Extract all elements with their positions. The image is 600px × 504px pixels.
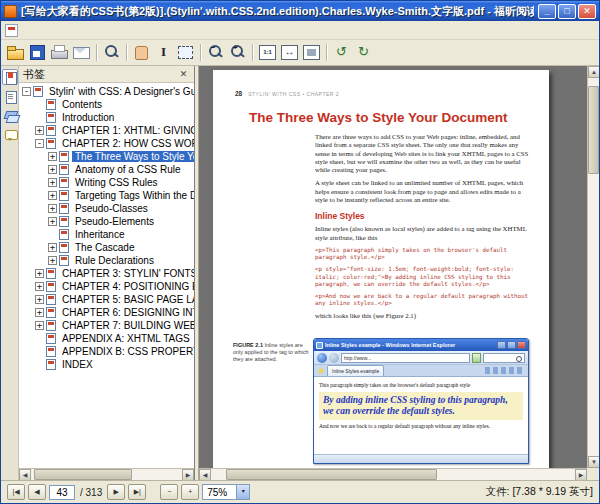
expander-icon[interactable]: +: [48, 191, 57, 200]
figure-label: FIGURE 2.1: [233, 342, 263, 348]
pdf-page: 28 STYLIN' WITH CSS • CHAPTER 2 The Thre…: [213, 70, 549, 480]
bookmark-item[interactable]: + CHAPTER 6: DESIGNING INTERFAC...: [19, 306, 194, 319]
email-icon[interactable]: [71, 42, 92, 63]
expander-icon[interactable]: +: [35, 321, 44, 330]
expander-icon[interactable]: +: [35, 126, 44, 135]
expander-icon[interactable]: +: [35, 269, 44, 278]
actual-size-icon[interactable]: [257, 42, 278, 63]
bookmark-item[interactable]: Contents: [19, 98, 194, 111]
expander-icon[interactable]: +: [48, 256, 57, 265]
print-icon[interactable]: [49, 42, 70, 63]
bookmark-icon: [46, 138, 56, 149]
scroll-right-icon[interactable]: [575, 469, 587, 480]
zoom-level-value: 75%: [207, 487, 227, 498]
expander-icon[interactable]: +: [48, 243, 57, 252]
hand-tool-icon[interactable]: [131, 42, 152, 63]
expander-icon[interactable]: +: [48, 204, 57, 213]
bookmark-label: CHAPTER 4: POSITIONING ELEMEN...: [59, 281, 194, 292]
expander-icon[interactable]: +: [48, 152, 57, 161]
title-bar[interactable]: [写给大家看的CSS书(第2版)].(Stylin'.with.CSS.2nd.…: [1, 1, 599, 21]
scroll-thumb[interactable]: [226, 469, 437, 480]
zoom-out-button[interactable]: −: [160, 484, 178, 500]
bookmark-item[interactable]: - CHAPTER 2: HOW CSS WORKS: [19, 137, 194, 150]
next-page-button[interactable]: ▶: [107, 484, 125, 500]
bookmark-item[interactable]: + The Cascade: [19, 241, 194, 254]
close-button[interactable]: ✕: [578, 4, 596, 19]
bookmark-item[interactable]: + Rule Declarations: [19, 254, 194, 267]
menu-item[interactable]: [78, 28, 92, 32]
bookmark-item[interactable]: + Targeting Tags Within the Docu...: [19, 189, 194, 202]
scroll-track[interactable]: [31, 469, 182, 480]
bookmark-item[interactable]: INDEX: [19, 358, 194, 371]
panel-close-icon[interactable]: ✕: [177, 69, 190, 79]
scroll-down-icon[interactable]: [588, 456, 599, 468]
vertical-scrollbar[interactable]: [587, 66, 599, 468]
expander-icon[interactable]: +: [35, 308, 44, 317]
scroll-track[interactable]: [588, 78, 599, 456]
menu-item[interactable]: [36, 28, 50, 32]
pages-panel-tab[interactable]: [2, 88, 18, 104]
layers-panel-tab[interactable]: [2, 107, 18, 123]
last-page-button[interactable]: ▶|: [128, 484, 146, 500]
fit-width-icon[interactable]: [279, 42, 300, 63]
comments-panel-tab[interactable]: [2, 126, 18, 142]
icon-glyph: [5, 42, 26, 63]
scroll-left-icon[interactable]: [199, 469, 211, 480]
expander-icon[interactable]: +: [48, 165, 57, 174]
rotate-right-icon[interactable]: ↻: [353, 42, 374, 63]
bookmark-item[interactable]: + Anatomy of a CSS Rule: [19, 163, 194, 176]
dropdown-arrow-icon[interactable]: ▾: [236, 485, 249, 499]
bookmarks-horizontal-scrollbar[interactable]: [19, 468, 194, 480]
horizontal-scrollbar[interactable]: [199, 468, 587, 480]
bookmark-item[interactable]: + CHAPTER 7: BUILDING WEB PAGES: [19, 319, 194, 332]
expander-icon[interactable]: -: [22, 87, 31, 96]
scroll-thumb[interactable]: [34, 469, 132, 480]
bookmark-item[interactable]: APPENDIX A: XHTML TAGS: [19, 332, 194, 345]
bookmark-item[interactable]: + CHAPTER 1: XHTML: GIVING STRU...: [19, 124, 194, 137]
expander-icon[interactable]: -: [35, 139, 44, 148]
zoom-in-button[interactable]: +: [181, 484, 199, 500]
minimize-button[interactable]: _: [538, 4, 556, 19]
previous-page-button[interactable]: ◀: [28, 484, 46, 500]
menu-item[interactable]: [50, 28, 64, 32]
zoom-level-select[interactable]: 75% ▾: [202, 484, 250, 500]
zoom-out-icon[interactable]: −: [205, 42, 226, 63]
bookmark-item[interactable]: + CHAPTER 3: STYLIN' FONTS AND T...: [19, 267, 194, 280]
scroll-up-icon[interactable]: [588, 66, 599, 78]
search-icon[interactable]: [101, 42, 122, 63]
toolbar-separator: [249, 42, 256, 63]
first-page-button[interactable]: |◀: [7, 484, 25, 500]
bookmarks-panel-tab[interactable]: [2, 69, 18, 85]
menu-item[interactable]: [106, 28, 120, 32]
bookmark-item[interactable]: + CHAPTER 4: POSITIONING ELEMEN...: [19, 280, 194, 293]
bookmark-item[interactable]: + Pseudo-Elements: [19, 215, 194, 228]
expander-icon[interactable]: +: [35, 295, 44, 304]
scroll-thumb[interactable]: [588, 86, 599, 174]
menu-item[interactable]: [92, 28, 106, 32]
page-number-input[interactable]: 43: [49, 485, 75, 500]
save-icon[interactable]: [27, 42, 48, 63]
bookmark-item[interactable]: APPENDIX B: CSS PROPERTIES: [19, 345, 194, 358]
expander-icon[interactable]: +: [35, 282, 44, 291]
maximize-button[interactable]: □: [558, 4, 576, 19]
bookmark-item[interactable]: + The Three Ways to Style Your Doc...: [19, 150, 194, 163]
expander-icon[interactable]: +: [48, 178, 57, 187]
bookmark-item[interactable]: Introduction: [19, 111, 194, 124]
rotate-left-icon[interactable]: ↺: [331, 42, 352, 63]
snapshot-icon[interactable]: [175, 42, 196, 63]
menu-item[interactable]: [64, 28, 78, 32]
bookmark-label: CHAPTER 7: BUILDING WEB PAGES: [59, 320, 194, 331]
bookmark-item[interactable]: Inheritance: [19, 228, 194, 241]
bookmark-item[interactable]: + CHAPTER 5: BASIC PAGE LAYOUT: [19, 293, 194, 306]
document-view[interactable]: 28 STYLIN' WITH CSS • CHAPTER 2 The Thre…: [199, 66, 599, 480]
menu-item[interactable]: [22, 28, 36, 32]
fit-page-icon[interactable]: [301, 42, 322, 63]
bookmark-item[interactable]: + Writing CSS Rules: [19, 176, 194, 189]
zoom-in-icon[interactable]: +: [227, 42, 248, 63]
select-text-icon[interactable]: [153, 42, 174, 63]
expander-icon[interactable]: +: [48, 217, 57, 226]
open-icon[interactable]: [5, 42, 26, 63]
scroll-track[interactable]: [211, 469, 575, 480]
bookmark-item[interactable]: + Pseudo-Classes: [19, 202, 194, 215]
bookmark-item[interactable]: - Stylin' with CSS: A Designer's Guide, …: [19, 85, 194, 98]
